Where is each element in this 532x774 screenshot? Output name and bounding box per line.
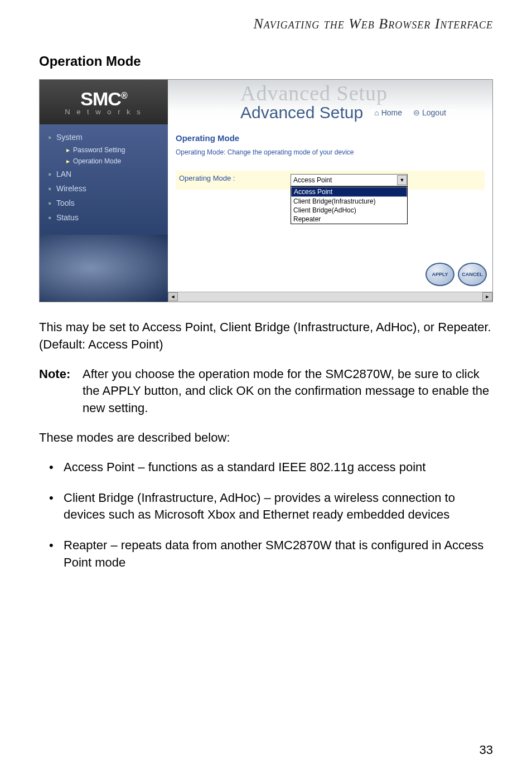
- option-repeater[interactable]: Repeater: [291, 215, 407, 224]
- home-icon: ⌂: [374, 108, 379, 117]
- paragraph-1: This may be set to Access Point, Client …: [39, 319, 493, 354]
- sidebar-item-status[interactable]: Status: [40, 210, 168, 225]
- option-infra[interactable]: Client Bridge(Infrastructure): [291, 197, 407, 206]
- sidebar-item-system[interactable]: System: [40, 130, 168, 144]
- sidebar-item-wireless[interactable]: Wireless: [40, 181, 168, 196]
- logout-link[interactable]: ⊝ Logout: [413, 108, 446, 117]
- sidebar-item-lan[interactable]: LAN: [40, 167, 168, 181]
- section-title: Operation Mode: [0, 38, 532, 79]
- chevron-down-icon[interactable]: ▼: [397, 175, 407, 185]
- panel-desc: Operating Mode: Change the operating mod…: [176, 148, 485, 156]
- panel-title: Operating Mode: [176, 133, 485, 143]
- logo: SMC® N e t w o r k s: [40, 80, 168, 124]
- note-text: After you choose the operation mode for …: [83, 366, 493, 417]
- bullet-1: Access Point – functions as a standard I…: [39, 459, 493, 476]
- logo-reg: ®: [121, 91, 127, 100]
- banner-title: Advanced Setup: [240, 103, 363, 122]
- page-number: 33: [480, 743, 493, 757]
- scroll-left-icon[interactable]: ◄: [168, 292, 178, 301]
- content-panel: Operating Mode Operating Mode: Change th…: [168, 124, 492, 302]
- option-adhoc[interactable]: Client Bridge(AdHoc): [291, 206, 407, 215]
- mode-dropdown[interactable]: Access Point ▼ Access Point Client Bridg…: [291, 174, 408, 186]
- sidebar: System Password Setting Operation Mode L…: [40, 124, 168, 302]
- sidebar-image: [40, 235, 168, 302]
- note-label: Note:: [39, 366, 77, 417]
- sidebar-item-opmode[interactable]: Operation Mode: [40, 156, 168, 167]
- watermark: Advanced Setup: [240, 81, 388, 105]
- dropdown-list[interactable]: Access Point Client Bridge(Infrastructur…: [291, 186, 408, 224]
- dropdown-selected: Access Point: [293, 176, 332, 184]
- apply-button[interactable]: APPLY: [425, 263, 454, 286]
- h-scrollbar[interactable]: ◄ ►: [168, 292, 492, 302]
- logout-label: Logout: [422, 108, 446, 117]
- logo-main: SMC: [80, 88, 121, 109]
- paragraph-2: These modes are described below:: [39, 429, 493, 447]
- field-label: Operating Mode :: [179, 174, 291, 182]
- bullet-3: Reapter – repeats data from another SMC2…: [39, 537, 493, 572]
- cancel-button[interactable]: CANCEL: [458, 263, 487, 286]
- logout-icon: ⊝: [413, 108, 420, 117]
- top-banner: Advanced Setup Advanced Setup ⌂ Home ⊝ L…: [168, 80, 492, 124]
- app-screenshot: SMC® N e t w o r k s Advanced Setup Adva…: [39, 79, 493, 302]
- page-header: Navigating the Web Browser Interface: [0, 0, 532, 38]
- sidebar-item-tools[interactable]: Tools: [40, 196, 168, 210]
- sidebar-item-password[interactable]: Password Setting: [40, 144, 168, 156]
- logo-sub: N e t w o r k s: [65, 108, 142, 116]
- bullet-2: Client Bridge (Infrastructure, AdHoc) – …: [39, 490, 493, 524]
- home-label: Home: [381, 108, 402, 117]
- scroll-right-icon[interactable]: ►: [482, 292, 492, 301]
- option-accesspoint[interactable]: Access Point: [291, 187, 407, 197]
- home-link[interactable]: ⌂ Home: [374, 108, 402, 117]
